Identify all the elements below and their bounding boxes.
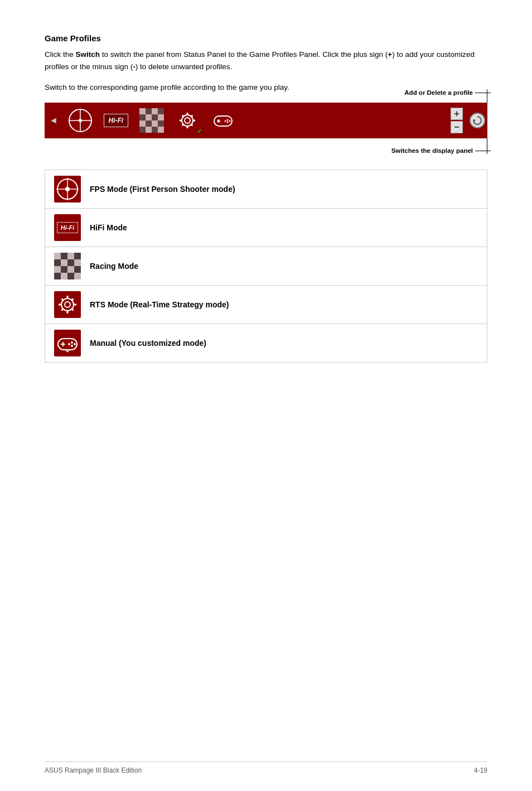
mode-label-rts: RTS Mode (Real-Time Strategy mode): [90, 300, 229, 309]
add-profile-button[interactable]: +: [451, 108, 463, 120]
svg-rect-17: [139, 127, 146, 133]
svg-rect-51: [54, 259, 61, 266]
svg-line-31: [182, 124, 184, 126]
description-paragraph-1: Click the Switch to switch the panel fro…: [45, 49, 487, 73]
profile-bar: ◄ Hi-Fi: [45, 103, 487, 138]
svg-rect-54: [74, 259, 81, 266]
svg-rect-61: [67, 273, 74, 279]
svg-point-81: [71, 345, 73, 347]
profile-bar-wrapper: Add or Delete a profile Switches the dis…: [45, 103, 487, 138]
svg-line-29: [191, 124, 192, 126]
profile-icon-rts[interactable]: ✓: [172, 105, 203, 136]
svg-point-80: [68, 343, 70, 345]
profile-icon-racing[interactable]: [136, 105, 167, 136]
svg-rect-7: [152, 108, 158, 114]
svg-rect-21: [175, 108, 200, 133]
svg-rect-5: [139, 108, 146, 114]
mode-icon-hifi: Hi-Fi: [54, 214, 81, 241]
mode-icon-fps: [54, 176, 81, 202]
svg-rect-48: [61, 253, 67, 259]
svg-rect-14: [146, 120, 152, 127]
profile-icon-fps[interactable]: [65, 105, 96, 136]
svg-rect-10: [146, 114, 152, 120]
svg-rect-13: [139, 120, 146, 127]
svg-rect-8: [158, 108, 164, 114]
svg-rect-15: [152, 120, 158, 127]
svg-rect-18: [146, 127, 152, 133]
plus-minus-column: + −: [451, 108, 463, 133]
page-footer: ASUS Rampage III Black Edition 4-19: [45, 761, 487, 774]
profile-icon-hifi[interactable]: Hi-Fi: [100, 105, 132, 136]
profile-icon-manual[interactable]: [207, 105, 239, 136]
svg-rect-63: [54, 291, 81, 318]
footer-left: ASUS Rampage III Black Edition: [45, 766, 142, 774]
svg-point-36: [226, 119, 228, 120]
svg-line-30: [191, 115, 192, 117]
svg-rect-47: [54, 253, 61, 259]
svg-rect-50: [74, 253, 81, 259]
plus-bold: +: [388, 50, 392, 59]
svg-rect-52: [61, 259, 67, 266]
switch-bold: Switch: [76, 50, 100, 59]
svg-rect-20: [158, 127, 164, 133]
svg-marker-40: [473, 119, 476, 122]
svg-rect-56: [61, 266, 67, 273]
nav-left-button[interactable]: ◄: [47, 115, 60, 126]
modes-table: FPS Mode (First Person Shooter mode) Hi-…: [45, 170, 487, 363]
minus-bold: -: [133, 62, 136, 71]
mode-row-hifi: Hi-Fi HiFi Mode: [45, 209, 487, 247]
mode-label-racing: Racing Mode: [90, 262, 138, 271]
delete-profile-button[interactable]: −: [451, 121, 463, 133]
svg-line-28: [182, 115, 184, 117]
mode-label-hifi: HiFi Mode: [90, 223, 127, 232]
svg-rect-57: [67, 266, 74, 273]
switch-display-button[interactable]: [470, 113, 485, 128]
svg-rect-12: [158, 114, 164, 120]
mode-icon-rts: [54, 291, 81, 318]
svg-rect-9: [139, 114, 146, 120]
svg-rect-49: [67, 253, 74, 259]
svg-rect-62: [74, 273, 81, 279]
svg-rect-58: [74, 266, 81, 273]
mode-row-racing: Racing Mode: [45, 247, 487, 286]
section-title: Game Profiles: [45, 33, 487, 43]
svg-rect-59: [54, 273, 61, 279]
svg-rect-60: [61, 273, 67, 279]
svg-point-78: [71, 341, 73, 344]
svg-rect-11: [152, 114, 158, 120]
svg-point-38: [224, 120, 226, 122]
svg-rect-16: [158, 120, 164, 127]
mode-row-manual: Manual (You customized mode): [45, 324, 487, 362]
svg-rect-19: [152, 127, 158, 133]
svg-rect-53: [67, 259, 74, 266]
mode-row-fps: FPS Mode (First Person Shooter mode): [45, 170, 487, 209]
mode-row-rts: RTS Mode (Real-Time Strategy mode): [45, 286, 487, 324]
annotation-switches-panel: Switches the display panel: [391, 147, 473, 154]
svg-rect-55: [54, 266, 61, 273]
svg-rect-6: [146, 108, 152, 114]
mode-label-fps: FPS Mode (First Person Shooter mode): [90, 185, 235, 194]
mode-icon-racing: [54, 253, 81, 279]
annotation-add-delete: Add or Delete a profile: [404, 89, 473, 96]
mode-icon-manual: [54, 330, 81, 356]
svg-point-39: [226, 121, 228, 123]
mode-label-manual: Manual (You customized mode): [90, 339, 206, 348]
footer-right: 4-19: [474, 766, 487, 774]
svg-point-37: [229, 120, 230, 122]
svg-point-79: [74, 343, 76, 345]
